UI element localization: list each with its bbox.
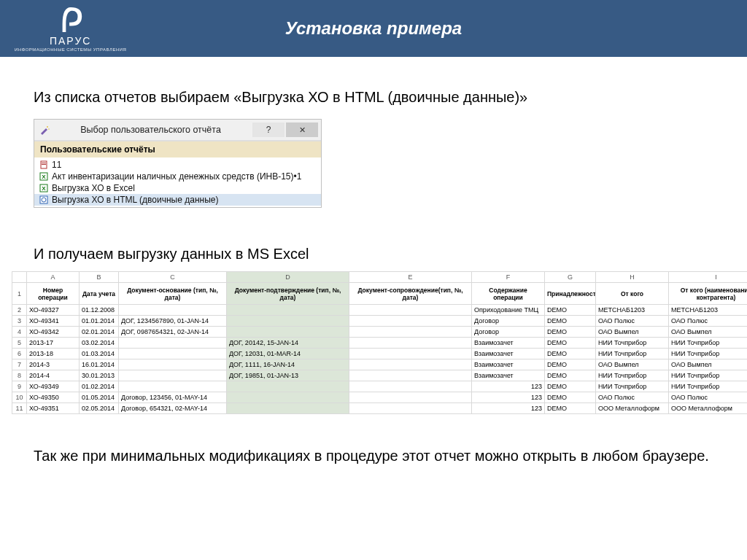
cell[interactable]: ХО-49350 xyxy=(27,392,80,403)
row-number[interactable]: 6 xyxy=(12,349,27,359)
cell[interactable]: 01.03.2014 xyxy=(80,349,119,359)
cell[interactable]: DEMO xyxy=(545,349,596,359)
cell[interactable]: DEMO xyxy=(545,338,596,349)
column-header[interactable]: Принадлежность xyxy=(545,283,596,305)
row-number[interactable]: 8 xyxy=(12,370,27,381)
cell[interactable] xyxy=(119,359,227,370)
report-list-item[interactable]: XВыгрузка ХО в Excel xyxy=(34,182,321,194)
col-letter[interactable]: C xyxy=(119,272,227,283)
cell[interactable]: DEMO xyxy=(545,381,596,392)
cell[interactable]: ДОГ, 19851, 01-JAN-13 xyxy=(227,370,349,381)
row-number[interactable]: 5 xyxy=(12,338,27,349)
cell[interactable]: DEMO xyxy=(545,327,596,338)
cell[interactable]: НИИ Точприбор xyxy=(669,381,748,392)
report-list-item[interactable]: Выгрузка ХО в HTML (двоичные данные) xyxy=(34,194,321,206)
cell[interactable] xyxy=(227,381,349,392)
cell[interactable]: ХО-49342 xyxy=(27,327,80,338)
col-letter[interactable]: I xyxy=(669,272,748,283)
cell[interactable]: НИИ Точприбор xyxy=(596,349,669,359)
column-header[interactable]: Содержание операции xyxy=(472,283,545,305)
cell[interactable]: НИИ Точприбор xyxy=(596,370,669,381)
cell[interactable] xyxy=(349,359,472,370)
cell[interactable]: ОАО Вымпел xyxy=(669,359,748,370)
cell[interactable]: 123 xyxy=(472,381,545,392)
cell[interactable]: ДОГ, 20142, 15-JAN-14 xyxy=(227,338,349,349)
cell[interactable]: 02.01.2014 xyxy=(80,327,119,338)
cell[interactable] xyxy=(119,349,227,359)
cell[interactable] xyxy=(349,403,472,414)
row-number[interactable]: 7 xyxy=(12,359,27,370)
help-button[interactable]: ? xyxy=(252,122,285,137)
cell[interactable] xyxy=(227,316,349,327)
col-letter[interactable]: D xyxy=(227,272,349,283)
cell[interactable]: ОАО Полюс xyxy=(669,316,748,327)
cell[interactable]: Взаимозачет xyxy=(472,359,545,370)
cell[interactable]: 2013-18 xyxy=(27,349,80,359)
cell[interactable]: 01.12.2008 xyxy=(80,305,119,316)
cell[interactable]: ОАО Полюс xyxy=(596,316,669,327)
cell[interactable]: ХО-49349 xyxy=(27,381,80,392)
cell[interactable]: Оприходование ТМЦ xyxy=(472,305,545,316)
cell[interactable]: ОАО Полюс xyxy=(596,392,669,403)
cell[interactable]: ДОГ, 12031, 01-MAR-14 xyxy=(227,349,349,359)
cell[interactable]: 02.05.2014 xyxy=(80,403,119,414)
col-letter[interactable]: B xyxy=(80,272,119,283)
cell[interactable]: DEMO xyxy=(545,392,596,403)
cell[interactable] xyxy=(349,392,472,403)
column-header[interactable]: Документ-подтверждение (тип, №, дата) xyxy=(227,283,349,305)
column-header[interactable]: Документ-сопровождение(тип, №, дата) xyxy=(349,283,472,305)
col-letter[interactable]: H xyxy=(596,272,669,283)
cell[interactable]: Взаимозачет xyxy=(472,370,545,381)
cell[interactable]: ОАО Вымпел xyxy=(596,327,669,338)
cell[interactable]: НИИ Точприбор xyxy=(669,338,748,349)
cell[interactable]: 2014-3 xyxy=(27,359,80,370)
cell[interactable]: Взаимозачет xyxy=(472,349,545,359)
cell[interactable]: DEMO xyxy=(545,359,596,370)
cell[interactable] xyxy=(119,370,227,381)
cell[interactable]: DEMO xyxy=(545,316,596,327)
cell[interactable]: 30.01.2013 xyxy=(80,370,119,381)
cell[interactable]: НИИ Точприбор xyxy=(596,381,669,392)
row-number[interactable]: 11 xyxy=(12,403,27,414)
cell[interactable]: Договор xyxy=(472,327,545,338)
report-list-item[interactable]: 11 xyxy=(34,159,321,171)
cell[interactable] xyxy=(227,403,349,414)
row-number[interactable]: 10 xyxy=(12,392,27,403)
cell[interactable]: ОАО Вымпел xyxy=(669,327,748,338)
cell[interactable] xyxy=(349,349,472,359)
cell[interactable]: ДОГ, 0987654321, 02-JAN-14 xyxy=(119,327,227,338)
row-number[interactable]: 9 xyxy=(12,381,27,392)
col-letter[interactable]: E xyxy=(349,272,472,283)
cell[interactable]: НИИ Точприбор xyxy=(596,338,669,349)
cell[interactable]: DEMO xyxy=(545,403,596,414)
column-header[interactable]: Дата учета xyxy=(80,283,119,305)
cell[interactable]: НИИ Точприбор xyxy=(669,370,748,381)
cell[interactable]: МЕТСНАБ1203 xyxy=(669,305,748,316)
row-number[interactable]: 2 xyxy=(12,305,27,316)
cell[interactable]: ООО Металлоформ xyxy=(596,403,669,414)
cell[interactable]: 16.01.2014 xyxy=(80,359,119,370)
column-header[interactable]: Документ-основание (тип, №, дата) xyxy=(119,283,227,305)
cell[interactable]: DEMO xyxy=(545,305,596,316)
column-header[interactable]: От кого xyxy=(596,283,669,305)
column-header[interactable]: От кого (наименование контрагента) xyxy=(669,283,748,305)
cell[interactable]: ХО-49351 xyxy=(27,403,80,414)
cell[interactable]: НИИ Точприбор xyxy=(669,349,748,359)
cell[interactable]: 01.01.2014 xyxy=(80,316,119,327)
cell[interactable]: 01.05.2014 xyxy=(80,392,119,403)
cell[interactable]: 123 xyxy=(472,403,545,414)
row-number[interactable]: 4 xyxy=(12,327,27,338)
report-list-item[interactable]: XАкт инвентаризации наличных денежных ср… xyxy=(34,171,321,182)
cell[interactable] xyxy=(119,305,227,316)
cell[interactable] xyxy=(349,305,472,316)
cell[interactable]: DEMO xyxy=(545,370,596,381)
cell[interactable]: ОАО Полюс xyxy=(669,392,748,403)
cell[interactable]: ХО-49341 xyxy=(27,316,80,327)
cell[interactable] xyxy=(349,381,472,392)
cell[interactable]: 2013-17 xyxy=(27,338,80,349)
cell[interactable] xyxy=(227,305,349,316)
cell[interactable]: ХО-49327 xyxy=(27,305,80,316)
close-button[interactable]: ✕ xyxy=(286,122,318,137)
cell[interactable]: Договор xyxy=(472,316,545,327)
row-number[interactable]: 3 xyxy=(12,316,27,327)
